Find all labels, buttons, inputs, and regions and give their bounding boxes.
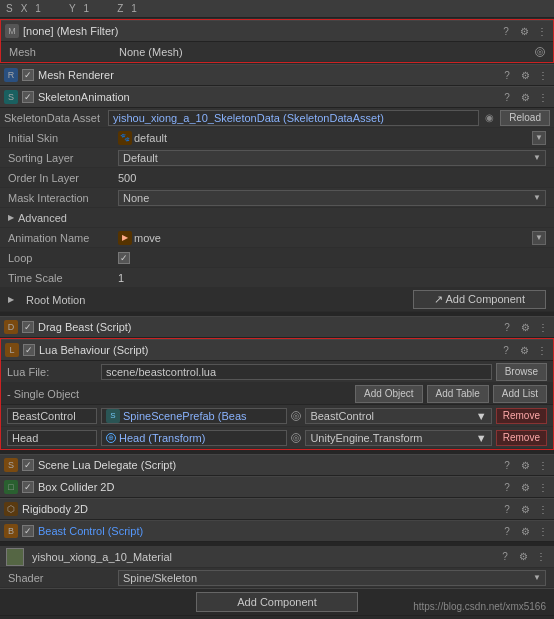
top-bar: S X 1 Y 1 Z 1 [0,0,554,18]
scene-lua-delegate-menu[interactable]: ⋮ [536,458,550,472]
mesh-renderer-help[interactable]: ? [500,68,514,82]
skeleton-anim-settings[interactable]: ⚙ [518,90,532,104]
box-collider-help[interactable]: ? [500,480,514,494]
timescale-row: Time Scale 1 [0,268,554,288]
add-object-button[interactable]: Add Object [355,385,422,403]
anim-name-field[interactable]: ▶ move [118,231,530,245]
box-collider-header[interactable]: □ ✓ Box Collider 2D ? ⚙ ⋮ [0,476,554,498]
box-collider-menu[interactable]: ⋮ [536,480,550,494]
scene-lua-delegate-help[interactable]: ? [500,458,514,472]
mesh-filter-settings[interactable]: ⚙ [517,24,531,38]
box-collider-settings[interactable]: ⚙ [518,480,532,494]
skeleton-anim-help[interactable]: ? [500,90,514,104]
lua-file-value[interactable]: scene/beastcontrol.lua [101,364,492,380]
rigidbody-header[interactable]: ⬡ Rigidbody 2D ? ⚙ ⋮ [0,498,554,520]
initial-skin-field[interactable]: 🐾 default [118,131,530,145]
lua-behaviour-header[interactable]: L ✓ Lua Behaviour (Script) ? ⚙ ⋮ [1,339,553,361]
beast-control-icon: B [4,524,18,538]
remove-beastcontrol-button[interactable]: Remove [496,408,547,424]
initial-skin-value: default [134,132,167,144]
skeleton-data-label: SkeletonData Asset [4,112,104,124]
mesh-filter-title: [none] (Mesh Filter) [23,25,495,37]
mesh-filter-icon: M [5,24,19,38]
lua-behaviour-checkbox[interactable]: ✓ [23,344,35,356]
order-layer-row: Order In Layer 500 [0,168,554,188]
skeleton-anim-icon: S [4,90,18,104]
beast-control-settings[interactable]: ⚙ [518,524,532,538]
skeleton-anim-checkbox[interactable]: ✓ [22,91,34,103]
sorting-layer-row: Sorting Layer Default ▼ [0,148,554,168]
lua-behaviour-help[interactable]: ? [499,343,513,357]
shader-dropdown[interactable]: Spine/Skeleton ▼ [118,570,546,586]
drag-beast-menu[interactable]: ⋮ [536,320,550,334]
skeleton-data-value[interactable]: yishou_xiong_a_10_SkeletonData (Skeleton… [108,110,479,126]
mesh-filter-help[interactable]: ? [499,24,513,38]
loop-label: Loop [8,252,118,264]
mesh-renderer-header[interactable]: R ✓ Mesh Renderer ? ⚙ ⋮ [0,64,554,86]
skeleton-eye-icon[interactable]: ◉ [485,112,494,123]
drag-beast-settings[interactable]: ⚙ [518,320,532,334]
loop-checkbox[interactable]: ✓ [118,252,130,264]
obj-name-head[interactable]: Head [7,430,97,446]
material-thumbnail [6,548,24,566]
obj-ref-head[interactable]: ⊕ Head (Transform) [101,430,287,446]
add-table-button[interactable]: Add Table [427,385,489,403]
root-motion-row: ▶ Root Motion ↗ Add Component [0,288,554,312]
obj-type-head[interactable]: UnityEngine.Transform ▼ [305,430,491,446]
box-collider-checkbox[interactable]: ✓ [22,481,34,493]
scene-lua-delegate-header[interactable]: S ✓ Scene Lua Delegate (Script) ? ⚙ ⋮ [0,454,554,476]
initial-skin-label: Initial Skin [8,132,118,144]
material-name: yishou_xiong_a_10_Material [28,551,494,563]
beast-control-header[interactable]: B ✓ Beast Control (Script) ? ⚙ ⋮ [0,520,554,542]
mask-interaction-label: Mask Interaction [8,192,118,204]
scene-lua-delegate-checkbox[interactable]: ✓ [22,459,34,471]
beast-control-checkbox[interactable]: ✓ [22,525,34,537]
anim-name-dropdown[interactable]: ▼ [532,231,546,245]
sorting-layer-dropdown[interactable]: Default ▼ [118,150,546,166]
drag-beast-help[interactable]: ? [500,320,514,334]
browse-button[interactable]: Browse [496,363,547,381]
box-collider-title: Box Collider 2D [38,481,496,493]
add-component-btn-1[interactable]: ↗ Add Component [413,290,546,309]
mesh-renderer-checkbox[interactable]: ✓ [22,69,34,81]
mesh-filter-header[interactable]: M [none] (Mesh Filter) ? ⚙ ⋮ [1,20,553,42]
watermark: https://blog.csdn.net/xmx5166 [413,601,546,612]
beast-control-menu[interactable]: ⋮ [536,524,550,538]
rigidbody-title: Rigidbody 2D [22,503,496,515]
mesh-renderer-menu[interactable]: ⋮ [536,68,550,82]
drag-beast-checkbox[interactable]: ✓ [22,321,34,333]
skeleton-anim-menu[interactable]: ⋮ [536,90,550,104]
mesh-filter-menu[interactable]: ⋮ [535,24,549,38]
timescale-label: Time Scale [8,272,118,284]
lua-behaviour-settings[interactable]: ⚙ [517,343,531,357]
beast-control-help[interactable]: ? [500,524,514,538]
initial-skin-dropdown[interactable]: ▼ [532,131,546,145]
add-list-button[interactable]: Add List [493,385,547,403]
rigidbody-help[interactable]: ? [500,502,514,516]
mesh-value: None (Mesh) [119,46,535,58]
scene-lua-delegate-settings[interactable]: ⚙ [518,458,532,472]
obj-name-beastcontrol[interactable]: BeastControl [7,408,97,424]
advanced-row[interactable]: ▶ Advanced [0,208,554,228]
material-settings[interactable]: ⚙ [516,550,530,564]
mesh-renderer-settings[interactable]: ⚙ [518,68,532,82]
mask-interaction-dropdown[interactable]: None ▼ [118,190,546,206]
rigidbody-menu[interactable]: ⋮ [536,502,550,516]
mesh-circle-icon[interactable]: ◎ [535,47,545,57]
obj-circle-0[interactable]: ◎ [291,411,301,421]
material-menu[interactable]: ⋮ [534,550,548,564]
drag-beast-header[interactable]: D ✓ Drag Beast (Script) ? ⚙ ⋮ [0,316,554,338]
reload-button[interactable]: Reload [500,110,550,126]
x-value: 1 [35,3,41,14]
table-row: Head ⊕ Head (Transform) ◎ UnityEngine.Tr… [1,427,553,449]
lua-behaviour-menu[interactable]: ⋮ [535,343,549,357]
obj-circle-1[interactable]: ◎ [291,433,301,443]
rigidbody-settings[interactable]: ⚙ [518,502,532,516]
add-component-button[interactable]: Add Component [196,592,358,612]
remove-head-button[interactable]: Remove [496,430,547,446]
skeleton-anim-header[interactable]: S ✓ SkeletonAnimation ? ⚙ ⋮ [0,86,554,108]
obj-type-beastcontrol[interactable]: BeastControl ▼ [305,408,491,424]
material-help[interactable]: ? [498,550,512,564]
obj-ref-beastcontrol[interactable]: S SpineScenePrefab (Beas [101,408,287,424]
order-layer-value: 500 [118,172,546,184]
